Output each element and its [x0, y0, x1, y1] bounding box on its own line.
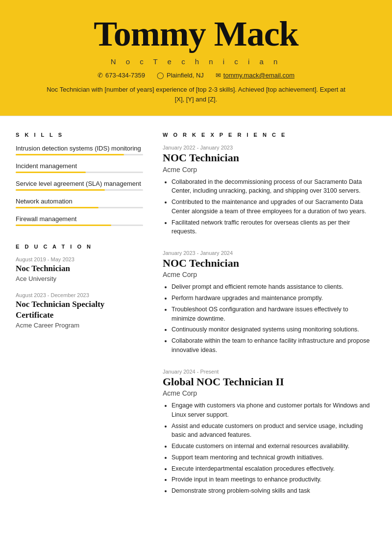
skill-bar-fill	[16, 172, 86, 173]
work-section-title: W O R K E X P E R I E N C E	[163, 132, 372, 138]
skill-bar-fill	[16, 207, 98, 208]
work-title: Global NOC Technician II	[163, 376, 372, 388]
candidate-summary: Noc Technician with [number of years] ex…	[44, 85, 348, 104]
work-section: W O R K E X P E R I E N C E January 2022…	[163, 132, 372, 496]
work-item: January 2022 - January 2023 NOC Technici…	[163, 145, 372, 236]
work-dates: January 2022 - January 2023	[163, 145, 372, 151]
work-company: Acme Corp	[163, 166, 372, 174]
edu-dates: August 2019 - May 2023	[16, 256, 143, 262]
phone-icon: ✆	[98, 72, 103, 79]
skill-item: Network automation	[16, 198, 143, 208]
skill-bar-bg	[16, 225, 143, 226]
phone-value: 673-434-7359	[105, 72, 145, 79]
skill-bar-bg	[16, 189, 143, 191]
skill-bar-fill	[16, 189, 105, 191]
skills-section: S K I L L S Intrusion detection systems …	[16, 132, 143, 226]
work-bullet: Assist and educate customers on product …	[172, 422, 372, 440]
work-bullet: Demonstrate strong problem-solving skill…	[172, 486, 372, 496]
skill-item: Service level agreement (SLA) management	[16, 180, 143, 191]
resume-header: Tommy Mack N o c T e c h n i c i a n ✆ 6…	[0, 0, 392, 116]
edu-degree: Noc Technician Specialty Certificate	[16, 299, 143, 321]
skill-name: Network automation	[16, 198, 143, 205]
skill-item: Incident management	[16, 162, 143, 173]
skill-name: Intrusion detection systems (IDS) monito…	[16, 145, 143, 152]
work-bullet: Educate customers on internal and extern…	[172, 442, 372, 451]
skill-item: Firewall management	[16, 215, 143, 226]
contact-bar: ✆ 673-434-7359 ◯ Plainfield, NJ ✉ tommy.…	[10, 72, 382, 79]
candidate-title: N o c T e c h n i c i a n	[10, 57, 382, 66]
location-contact: ◯ Plainfield, NJ	[157, 72, 204, 79]
email-icon: ✉	[216, 72, 221, 79]
work-bullet: Contributed to the maintenance and upgra…	[172, 198, 372, 216]
work-bullet: Execute interdepartmental escalation pro…	[172, 464, 372, 474]
work-company: Acme Corp	[163, 389, 372, 397]
candidate-name: Tommy Mack	[10, 15, 382, 53]
skill-bar-bg	[16, 154, 143, 155]
work-bullets: Engage with customers via phone and cust…	[163, 401, 372, 496]
edu-dates: August 2023 - December 2023	[16, 292, 143, 298]
edu-institution: Ace University	[16, 275, 143, 282]
work-bullet: Troubleshoot OS configuration and hardwa…	[172, 305, 372, 324]
work-dates: January 2023 - January 2024	[163, 250, 372, 256]
skill-item: Intrusion detection systems (IDS) monito…	[16, 145, 143, 155]
work-bullet: Continuously monitor designated systems …	[172, 325, 372, 334]
work-bullets: Deliver prompt and efficient remote hand…	[163, 282, 372, 354]
work-dates: January 2024 - Present	[163, 369, 372, 375]
edu-degree: Noc Technician	[16, 263, 143, 274]
work-title: NOC Technician	[163, 151, 372, 164]
work-list: January 2022 - January 2023 NOC Technici…	[163, 145, 372, 496]
education-item: August 2019 - May 2023 Noc Technician Ac…	[16, 256, 143, 282]
work-bullet: Provide input in team meetings to enhanc…	[172, 475, 372, 484]
education-section: E D U C A T I O N August 2019 - May 2023…	[16, 244, 143, 329]
email-contact: ✉ tommy.mack@email.com	[216, 72, 294, 79]
resume-body: S K I L L S Intrusion detection systems …	[0, 116, 392, 525]
skills-list: Intrusion detection systems (IDS) monito…	[16, 145, 143, 226]
education-item: August 2023 - December 2023 Noc Technici…	[16, 292, 143, 329]
education-section-title: E D U C A T I O N	[16, 244, 143, 250]
work-item: January 2024 - Present Global NOC Techni…	[163, 369, 372, 496]
work-item: January 2023 - January 2024 NOC Technici…	[163, 250, 372, 355]
work-bullet: Collaborated in the decommissioning proc…	[172, 177, 372, 196]
skills-section-title: S K I L L S	[16, 132, 143, 138]
location-icon: ◯	[157, 72, 164, 79]
email-value: tommy.mack@email.com	[223, 72, 294, 79]
skill-bar-fill	[16, 225, 111, 226]
edu-institution: Acme Career Program	[16, 322, 143, 329]
skill-name: Incident management	[16, 162, 143, 170]
work-bullet: Deliver prompt and efficient remote hand…	[172, 282, 372, 292]
skill-bar-bg	[16, 207, 143, 208]
skill-name: Service level agreement (SLA) management	[16, 180, 143, 187]
work-bullet: Support team mentoring and technical gro…	[172, 453, 372, 462]
phone-contact: ✆ 673-434-7359	[98, 72, 145, 79]
right-column: W O R K E X P E R I E N C E January 2022…	[163, 132, 372, 509]
work-bullet: Facilitated network traffic reroutes for…	[172, 218, 372, 237]
work-bullet: Engage with customers via phone and cust…	[172, 401, 372, 420]
work-bullet: Collaborate within the team to enhance f…	[172, 336, 372, 355]
left-column: S K I L L S Intrusion detection systems …	[16, 132, 143, 509]
work-company: Acme Corp	[163, 271, 372, 278]
skill-bar-fill	[16, 154, 124, 155]
location-value: Plainfield, NJ	[167, 72, 204, 79]
work-title: NOC Technician	[163, 257, 372, 270]
work-bullets: Collaborated in the decommissioning proc…	[163, 177, 372, 237]
work-bullet: Perform hardware upgrades and maintenanc…	[172, 294, 372, 303]
skill-bar-bg	[16, 172, 143, 173]
skill-name: Firewall management	[16, 215, 143, 223]
education-list: August 2019 - May 2023 Noc Technician Ac…	[16, 256, 143, 329]
